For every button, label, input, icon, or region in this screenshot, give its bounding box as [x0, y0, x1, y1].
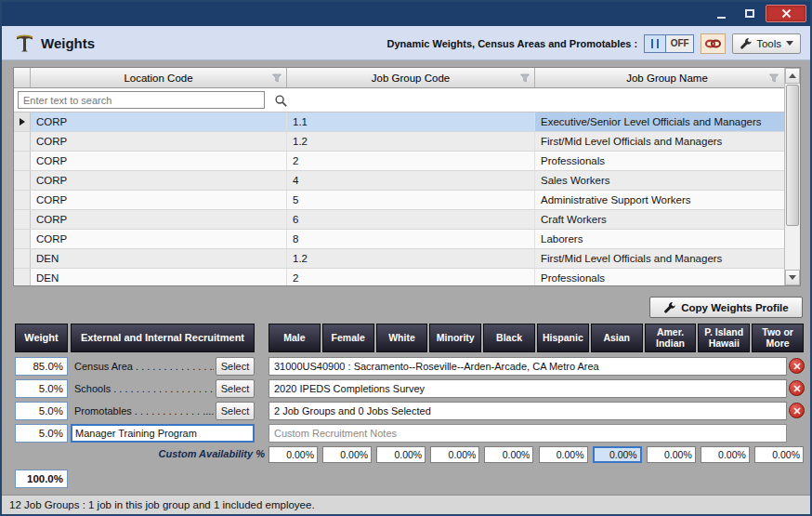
- cell-code[interactable]: 2: [287, 269, 535, 286]
- custom-availability-input[interactable]: [754, 446, 804, 463]
- grid-row[interactable]: CORP 5 Administrative Support Workers: [14, 191, 800, 210]
- maximize-button[interactable]: [737, 5, 763, 22]
- chevron-down-icon: [786, 41, 793, 46]
- custom-availability-row: [268, 446, 804, 464]
- grid-row[interactable]: CORP 1.2 First/Mid Level Officials and M…: [14, 132, 800, 152]
- demographic-headers: Male Female White Minority Black Hispani…: [268, 324, 804, 352]
- status-bar: 12 Job Groups : 1 job in this job group …: [2, 495, 810, 514]
- filter-icon[interactable]: [520, 73, 530, 83]
- cell-location[interactable]: DEN: [31, 269, 287, 286]
- cell-name[interactable]: Craft Workers: [535, 210, 800, 229]
- title-bar[interactable]: [2, 2, 810, 26]
- row-indicator: [14, 112, 31, 131]
- cell-location[interactable]: DEN: [31, 249, 287, 268]
- custom-availability-input[interactable]: [268, 446, 318, 463]
- header-actions: Dynamic Weights, Census Areas and Promot…: [387, 26, 801, 60]
- column-header-label: Location Code: [124, 73, 192, 84]
- custom-availability-input[interactable]: [593, 446, 642, 463]
- grid-row[interactable]: CORP 2 Professionals: [14, 152, 800, 171]
- row-indicator-header: [14, 68, 31, 88]
- custom-availability-input[interactable]: [430, 446, 479, 463]
- demo-column-header: Black: [483, 324, 535, 352]
- schools-select-button[interactable]: Select: [216, 379, 255, 398]
- grid-row[interactable]: DEN 2 Professionals: [14, 269, 800, 286]
- cell-location[interactable]: CORP: [31, 210, 287, 229]
- custom-availability-input[interactable]: [647, 446, 696, 463]
- wrench-icon: [740, 37, 752, 49]
- grid-row[interactable]: CORP 1.1 Executive/Senior Level Official…: [14, 112, 800, 132]
- vertical-scrollbar[interactable]: [784, 68, 800, 285]
- filter-icon[interactable]: [272, 73, 282, 83]
- column-header-job-group-name[interactable]: Job Group Name: [535, 68, 800, 88]
- promotables-weight-input[interactable]: [15, 402, 68, 420]
- cell-location[interactable]: CORP: [31, 191, 287, 209]
- column-header-location-code[interactable]: Location Code: [31, 68, 287, 88]
- dynamic-weights-toggle[interactable]: OFF: [644, 34, 694, 53]
- cell-name[interactable]: Professionals: [535, 269, 800, 286]
- cell-location[interactable]: CORP: [31, 230, 287, 248]
- copy-weights-profile-button[interactable]: Copy Weights Profile: [649, 297, 803, 318]
- cell-name[interactable]: Sales Workers: [535, 171, 800, 190]
- search-input[interactable]: [18, 91, 265, 109]
- tools-button[interactable]: Tools: [732, 33, 801, 54]
- cell-name[interactable]: Administrative Support Workers: [535, 191, 800, 209]
- custom-weight-input[interactable]: [15, 424, 68, 443]
- delete-promotables-button[interactable]: [789, 403, 805, 418]
- filter-icon[interactable]: [769, 73, 779, 83]
- cell-location[interactable]: CORP: [31, 132, 287, 151]
- promotables-select-button[interactable]: Select: [216, 402, 255, 420]
- grid-header-row: Location Code Job Group Code Job Group N…: [14, 68, 800, 88]
- custom-recruitment-notes-input[interactable]: [268, 424, 787, 443]
- demo-column-header: Male: [268, 324, 321, 352]
- cell-name[interactable]: First/Mid Level Officials and Managers: [535, 132, 800, 151]
- custom-availability-input[interactable]: [701, 446, 750, 463]
- custom-availability-input[interactable]: [484, 446, 533, 463]
- cell-location[interactable]: CORP: [31, 171, 287, 190]
- grid-row[interactable]: CORP 6 Craft Workers: [14, 210, 800, 230]
- cell-code[interactable]: 1.2: [287, 132, 535, 151]
- scroll-up-button[interactable]: [785, 68, 800, 84]
- schools-weight-input[interactable]: [15, 379, 68, 398]
- custom-availability-input[interactable]: [376, 446, 426, 463]
- custom-availability-input[interactable]: [322, 446, 372, 463]
- search-icon[interactable]: [270, 92, 291, 109]
- cell-code[interactable]: 8: [287, 230, 535, 248]
- grid-row[interactable]: CORP 8 Laborers: [14, 230, 800, 249]
- close-icon: [781, 8, 792, 19]
- scrollbar-thumb[interactable]: [786, 85, 799, 226]
- column-header-job-group-code[interactable]: Job Group Code: [287, 68, 535, 88]
- cell-code[interactable]: 2: [287, 152, 535, 170]
- census-weight-input[interactable]: [15, 357, 68, 376]
- delete-census-area-button[interactable]: [789, 358, 805, 374]
- custom-availability-input[interactable]: [539, 446, 588, 463]
- cell-code[interactable]: 4: [287, 171, 535, 190]
- row-indicator: [14, 152, 31, 170]
- grid-row[interactable]: CORP 4 Sales Workers: [14, 171, 800, 191]
- job-groups-grid: Location Code Job Group Code Job Group N…: [13, 67, 801, 286]
- cell-name[interactable]: First/Mid Level Officials and Managers: [535, 249, 800, 268]
- row-indicator: [14, 191, 31, 209]
- promotables-label: Promotables . . . . . . . . . . . . ....: [74, 402, 214, 420]
- delete-icon: [793, 363, 801, 370]
- custom-recruitment-name-input[interactable]: [71, 424, 255, 443]
- cell-code[interactable]: 5: [287, 191, 535, 209]
- arrow-up-icon: [789, 73, 796, 78]
- cell-code[interactable]: 1.2: [287, 249, 535, 268]
- scroll-down-button[interactable]: [785, 270, 800, 285]
- cell-code[interactable]: 1.1: [287, 112, 535, 131]
- cell-code[interactable]: 6: [287, 210, 535, 229]
- link-weights-button[interactable]: [701, 33, 726, 54]
- cell-location[interactable]: CORP: [31, 112, 287, 131]
- minimize-button[interactable]: [708, 5, 734, 22]
- tools-label: Tools: [756, 38, 781, 49]
- cell-name[interactable]: Professionals: [535, 152, 800, 170]
- cell-location[interactable]: CORP: [31, 152, 287, 170]
- grid-row[interactable]: DEN 1.2 First/Mid Level Officials and Ma…: [14, 249, 800, 269]
- custom-availability-label: Custom Availability %: [39, 448, 265, 459]
- census-select-button[interactable]: Select: [216, 357, 255, 376]
- close-button[interactable]: [766, 5, 806, 22]
- census-area-value: 31000US40900 : Sacramento--Roseville--Ar…: [268, 357, 787, 376]
- delete-schools-button[interactable]: [789, 380, 805, 396]
- cell-name[interactable]: Executive/Senior Level Officials and Man…: [535, 112, 800, 131]
- cell-name[interactable]: Laborers: [535, 230, 800, 248]
